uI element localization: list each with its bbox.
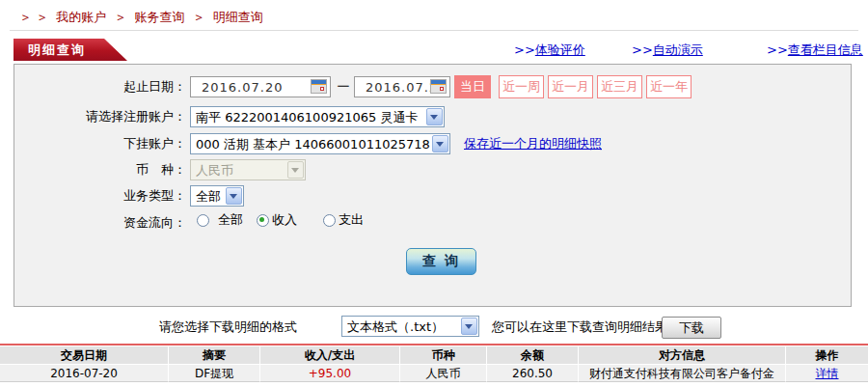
link-label: 自动演示	[653, 42, 703, 57]
end-date-input[interactable]: 2016.07.20	[354, 76, 450, 97]
link-label: 体验评价	[535, 42, 585, 57]
cell-summary: DF提现	[169, 365, 260, 382]
sub-account-label: 下挂账户：	[14, 133, 186, 154]
download-hint: 您可以在这里下载查询明细结果	[492, 318, 667, 336]
chevron-down-icon	[461, 318, 477, 335]
breadcrumb-item-detail-query[interactable]: 明细查询	[213, 10, 263, 24]
chevron-down-icon	[287, 161, 304, 179]
download-format-label: 请您选择下载明细的格式	[159, 318, 297, 336]
business-type-value: 全部	[196, 187, 224, 206]
register-account-value: 南平 6222001406100921065 灵通卡	[196, 108, 424, 126]
cell-amount: +95.00	[260, 365, 400, 382]
tab-detail-query: 明细查询	[14, 39, 127, 61]
breadcrumb-item-account-query[interactable]: 账务查询	[135, 10, 185, 24]
today-button[interactable]: 当日	[454, 75, 491, 98]
auto-demo-link[interactable]: >>自动演示	[632, 41, 703, 59]
fund-flow-option-all[interactable]: 全部	[218, 212, 243, 228]
detail-link[interactable]: 详情	[816, 367, 839, 380]
fund-flow-label: 资金流向：	[14, 212, 186, 234]
link-prefix: >>	[514, 42, 535, 57]
table-top-divider	[0, 344, 868, 346]
breadcrumb-separator: ＞	[114, 10, 126, 24]
download-format-value: 文本格式（.txt）	[347, 318, 459, 336]
download-format-select[interactable]: 文本格式（.txt）	[341, 316, 479, 337]
calendar-icon[interactable]	[430, 79, 447, 94]
experience-rating-link[interactable]: >>体验评价	[514, 41, 585, 59]
business-type-label: 业务类型：	[14, 185, 186, 207]
sub-account-value: 000 活期 基本户 1406600101102571848	[196, 135, 430, 153]
header-summary: 摘要	[169, 346, 260, 365]
sub-account-select[interactable]: 000 活期 基本户 1406600101102571848	[190, 133, 450, 154]
fund-flow-radio-all[interactable]	[197, 214, 209, 227]
fund-flow-option-expense[interactable]: 支出	[339, 212, 364, 228]
cell-currency: 人民币	[400, 365, 487, 382]
table-header-row: 交易日期 摘要 收入/支出 币种 余额 对方信息 操作	[0, 346, 868, 365]
date-range-dash: 一	[334, 76, 353, 97]
chevron-down-icon	[226, 187, 242, 205]
breadcrumb-separator: ＞	[193, 10, 205, 24]
register-account-select[interactable]: 南平 6222001406100921065 灵通卡	[190, 106, 445, 127]
save-monthly-snapshot-link[interactable]: 保存近一个月的明细快照	[464, 133, 602, 154]
currency-select: 人民币	[190, 159, 306, 180]
last-three-months-button[interactable]: 近三月	[597, 75, 642, 98]
register-account-label: 请选择注册账户：	[14, 106, 186, 127]
start-date-input[interactable]: 2016.07.20	[190, 76, 331, 97]
breadcrumb-lead: ＞ ＞	[19, 10, 48, 24]
query-form-panel: 起止日期： 2016.07.20 一 2016.07.20 当日 近一周 近一月…	[14, 64, 852, 307]
breadcrumb-divider	[10, 30, 858, 31]
header-date: 交易日期	[0, 346, 169, 365]
currency-value: 人民币	[196, 161, 285, 180]
cell-balance: 260.50	[487, 365, 579, 382]
cell-counterparty: 财付通支付科技有限公司客户备付金	[579, 365, 786, 382]
header-action: 操作	[786, 346, 868, 365]
table-row: 2016-07-20 DF提现 +95.00 人民币 260.50 财付通支付科…	[0, 365, 868, 382]
detail-query-page: ＞ ＞ 我的账户 ＞ 账务查询 ＞ 明细查询 明细查询 >>体验评价 >>自动演…	[0, 0, 868, 387]
business-type-select[interactable]: 全部	[190, 185, 244, 207]
chevron-down-icon	[426, 108, 443, 125]
date-range-label: 起止日期：	[14, 76, 186, 97]
cell-date: 2016-07-20	[0, 365, 169, 382]
header-currency: 币种	[400, 346, 487, 365]
fund-flow-radio-expense[interactable]	[323, 214, 336, 227]
page-title: 明细查询	[28, 42, 86, 57]
fund-flow-option-income[interactable]: 收入	[272, 212, 297, 228]
calendar-icon[interactable]	[311, 79, 327, 94]
link-prefix: >>	[632, 42, 653, 57]
breadcrumb-item-my-account[interactable]: 我的账户	[56, 10, 106, 24]
result-table: 交易日期 摘要 收入/支出 币种 余额 对方信息 操作 2016-07-20 D…	[0, 346, 868, 382]
header-amount: 收入/支出	[260, 346, 400, 365]
fund-flow-radio-income[interactable]	[257, 214, 269, 227]
start-date-value: 2016.07.20	[202, 78, 283, 97]
last-year-button[interactable]: 近一年	[646, 75, 692, 98]
link-prefix: >>	[767, 42, 788, 57]
header-counterparty: 对方信息	[579, 346, 786, 365]
currency-label: 币 种：	[14, 159, 186, 180]
breadcrumb: ＞ ＞ 我的账户 ＞ 账务查询 ＞ 明细查询	[19, 9, 267, 26]
download-button[interactable]: 下载	[662, 317, 721, 339]
query-button[interactable]: 查 询	[406, 248, 476, 275]
header-balance: 余额	[487, 346, 579, 365]
view-column-info-link[interactable]: >>查看栏目信息	[767, 41, 863, 59]
last-week-button[interactable]: 近一周	[499, 75, 544, 98]
link-label: 查看栏目信息	[788, 42, 863, 57]
last-month-button[interactable]: 近一月	[548, 75, 593, 98]
chevron-down-icon	[432, 135, 448, 152]
